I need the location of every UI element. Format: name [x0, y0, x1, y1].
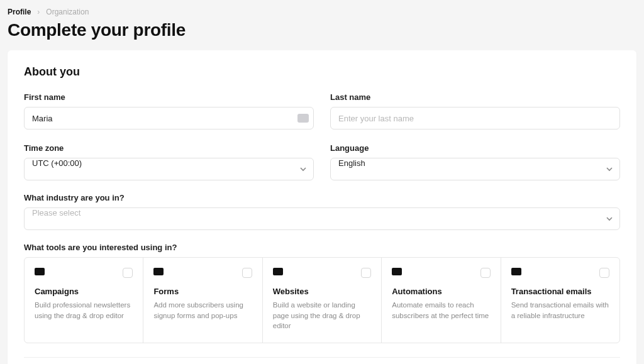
last-name-input[interactable]	[330, 107, 620, 130]
tool-checkbox[interactable]	[361, 268, 371, 278]
page-title: Complete your profile	[8, 20, 186, 40]
tools-label: What tools are you interested using in?	[24, 243, 620, 252]
tool-card-automations[interactable]: Automations Automate emails to reach sub…	[382, 258, 501, 343]
industry-label: What industry are you in?	[24, 193, 620, 202]
tool-checkbox[interactable]	[599, 268, 609, 278]
tool-checkbox[interactable]	[242, 268, 252, 278]
breadcrumb: Profile › Organization	[8, 8, 636, 16]
breadcrumb-organization[interactable]: Organization	[46, 8, 89, 16]
field-timezone: Time zone UTC (+00:00)	[24, 143, 314, 180]
tool-desc: Add more subscribers using signup forms …	[153, 300, 252, 321]
field-tools: What tools are you interested using in? …	[24, 243, 620, 343]
tool-card-websites[interactable]: Websites Build a website or landing page…	[263, 258, 382, 343]
automations-icon	[392, 268, 402, 275]
field-last-name: Last name	[330, 92, 620, 130]
campaigns-icon	[35, 268, 45, 275]
tool-title: Automations	[392, 287, 490, 296]
forms-icon	[153, 268, 164, 275]
tool-grid: Campaigns Build professional newsletters…	[24, 257, 620, 343]
first-name-label: First name	[24, 92, 314, 102]
language-select[interactable]: English	[330, 158, 620, 180]
language-label: Language	[330, 143, 620, 153]
chevron-right-icon: ›	[37, 8, 40, 16]
divider	[24, 357, 620, 358]
profile-form-card: About you First name Last name Time zone…	[8, 50, 636, 364]
last-name-label: Last name	[330, 92, 620, 102]
field-language: Language English	[330, 143, 620, 180]
autofill-icon	[297, 114, 309, 123]
tool-desc: Build a website or landing page using th…	[273, 300, 371, 331]
section-title-about-you: About you	[24, 65, 620, 79]
transactional-icon	[511, 268, 521, 275]
breadcrumb-profile[interactable]: Profile	[8, 8, 31, 16]
tool-desc: Automate emails to reach subscribers at …	[392, 300, 490, 321]
tool-title: Forms	[153, 287, 252, 296]
tool-checkbox[interactable]	[123, 268, 133, 278]
tool-card-forms[interactable]: Forms Add more subscribers using signup …	[143, 258, 262, 343]
tool-checkbox[interactable]	[480, 268, 491, 278]
tool-card-transactional[interactable]: Transactional emails Send transactional …	[501, 258, 619, 343]
timezone-select[interactable]: UTC (+00:00)	[24, 158, 314, 180]
tool-title: Transactional emails	[511, 287, 609, 296]
field-industry: What industry are you in? Please select	[24, 193, 620, 230]
first-name-input[interactable]	[24, 107, 314, 130]
tool-desc: Build professional newsletters using the…	[35, 300, 133, 321]
tool-desc: Send transactional emails with a reliabl…	[511, 300, 609, 321]
tool-card-campaigns[interactable]: Campaigns Build professional newsletters…	[25, 258, 143, 343]
tool-title: Websites	[273, 287, 371, 296]
industry-select[interactable]: Please select	[24, 207, 620, 230]
websites-icon	[273, 268, 283, 275]
timezone-label: Time zone	[24, 143, 314, 153]
field-first-name: First name	[24, 92, 314, 130]
tool-title: Campaigns	[35, 287, 133, 296]
